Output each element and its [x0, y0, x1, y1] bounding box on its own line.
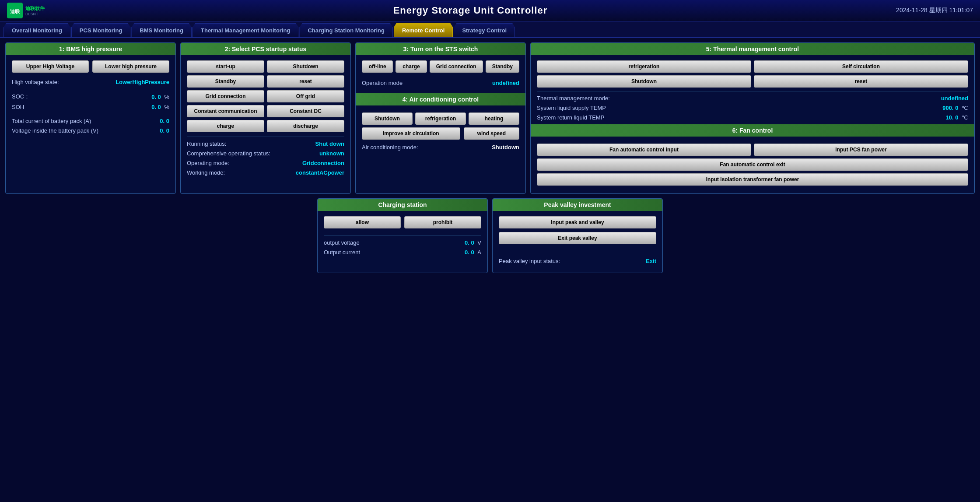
svg-text:迪联: 迪联 — [10, 9, 20, 14]
tab-pcs-monitoring[interactable]: PCS Monitoring — [71, 23, 131, 37]
comprehensive-value: unknown — [319, 150, 344, 157]
thermal-mode-label: Thermal management mode: — [537, 95, 610, 102]
output-voltage-label: output voltage — [324, 239, 360, 246]
output-voltage-value: 0. 0 — [465, 239, 474, 246]
comprehensive-label: Comprehensive operating status: — [187, 150, 270, 157]
high-voltage-value: LowerHighPressure — [116, 79, 169, 85]
pcs-const-comm-button[interactable]: Constant communication — [187, 105, 264, 117]
panel-pcs-startup: 2: Select PCS startup status start-up Sh… — [180, 42, 351, 194]
sts-grid-button[interactable]: Grid connection — [430, 60, 483, 73]
tab-remote-control[interactable]: Remote Control — [394, 23, 453, 37]
return-temp-unit: ℃ — [962, 114, 968, 121]
isolation-fan-button[interactable]: Input isolation transformer fan power — [537, 173, 968, 186]
return-temp-value: 10. 0 — [945, 114, 958, 121]
fan-auto-exit-button[interactable]: Fan automatic control exit — [537, 158, 968, 171]
thermal-mode-value: undefined — [941, 95, 968, 102]
thermal-refrigeration-button[interactable]: refrigeration — [537, 60, 751, 73]
pcs-offgrid-button[interactable]: Off grid — [267, 90, 344, 102]
thermal-shutdown-button[interactable]: Shutdown — [537, 75, 751, 88]
panel6-header: 6: Fan control — [531, 124, 974, 137]
ac-mode-value: Shutdown — [492, 144, 519, 151]
logo-text: 迪联软件 — [25, 5, 45, 12]
ac-heating-button[interactable]: heating — [469, 112, 519, 125]
input-peak-valley-button[interactable]: Input peak and valley — [499, 216, 656, 228]
ac-mode-label: Air conditioning mode: — [362, 144, 418, 151]
panel-bms-high-pressure: 1: BMS high pressure Upper High Voltage … — [5, 42, 176, 194]
operation-mode-label: Operation mode — [362, 80, 402, 86]
logo-subtitle: DLSNT — [25, 12, 45, 16]
pcs-reset-button[interactable]: reset — [267, 75, 344, 88]
supply-temp-unit: ℃ — [962, 105, 968, 111]
supply-temp-value: 900. 0 — [942, 105, 958, 111]
output-current-label: Output current — [324, 249, 360, 256]
total-current-value: 0. 0 — [160, 118, 169, 124]
panel1-header: 1: BMS high pressure — [6, 43, 175, 55]
logo-icon: 迪联 — [7, 3, 23, 18]
soh-value: 0. 0 — [151, 104, 161, 110]
ac-improve-button[interactable]: improve air circulation — [362, 127, 460, 140]
panel-charging-station: Charging station allow prohibit output v… — [317, 198, 488, 273]
tab-bms-monitoring[interactable]: BMS Monitoring — [131, 23, 192, 37]
pcs-fan-button[interactable]: Input PCS fan power — [754, 144, 968, 156]
header: 迪联 迪联软件 DLSNT Energy Storage Unit Contro… — [0, 0, 980, 21]
panel-thermal-fan: 5: Thermal management control refrigerat… — [530, 42, 975, 194]
thermal-self-circulation-button[interactable]: Self circulation — [754, 60, 968, 73]
total-current-label: Total current of battery pack (A) — [12, 118, 91, 124]
pcs-standby-button[interactable]: Standby — [187, 75, 264, 88]
pcs-charge-button[interactable]: charge — [187, 120, 264, 132]
sts-offline-button[interactable]: off-line — [362, 60, 393, 73]
charging-allow-button[interactable]: allow — [324, 216, 401, 228]
ac-wind-button[interactable]: wind speed — [464, 127, 519, 140]
running-value: Shut down — [315, 140, 344, 147]
soh-label: SOH — [12, 104, 24, 110]
page-title: Energy Storage Unit Controller — [45, 5, 896, 16]
working-value: constantACpower — [296, 169, 344, 176]
voltage-label: Voltage inside the battery pack (V) — [12, 127, 98, 134]
pcs-shutdown-button[interactable]: Shutdown — [267, 60, 344, 73]
sts-charge-button[interactable]: charge — [396, 60, 427, 73]
main-content: 1: BMS high pressure Upper High Voltage … — [0, 38, 980, 198]
sts-standby-button[interactable]: Standby — [486, 60, 519, 73]
fan-auto-input-button[interactable]: Fan automatic control input — [537, 144, 751, 156]
panel5-header: 5: Thermal management control — [531, 43, 974, 55]
peak-valley-status-label: Peak valley input status: — [499, 258, 560, 264]
tab-strategy-control[interactable]: Strategy Control — [454, 23, 515, 37]
nav-tabs: Overall Monitoring PCS Monitoring BMS Mo… — [0, 21, 980, 38]
return-temp-label: System return liquid TEMP — [537, 114, 604, 121]
panel-sts-ac: 3: Turn on the STS switch off-line charg… — [355, 42, 526, 194]
charging-prohibit-button[interactable]: prohibit — [404, 216, 481, 228]
ac-refrigeration-button[interactable]: refrigeration — [415, 112, 466, 125]
output-current-value: 0. 0 — [465, 249, 474, 256]
tab-thermal-monitoring[interactable]: Thermal Management Monitoring — [192, 23, 298, 37]
soc-value: 0. 0 — [151, 94, 161, 100]
soc-unit: % — [164, 94, 169, 100]
peak-valley-header: Peak valley investment — [493, 199, 662, 211]
tab-overall-monitoring[interactable]: Overall Monitoring — [4, 23, 70, 37]
logo-area: 迪联 迪联软件 DLSNT — [7, 3, 45, 18]
soh-unit: % — [164, 104, 169, 110]
startup-button[interactable]: start-up — [187, 60, 264, 73]
operating-value: Gridconnection — [302, 160, 344, 166]
panel-peak-valley: Peak valley investment Input peak and va… — [492, 198, 663, 273]
output-current-unit: A — [477, 249, 481, 256]
pcs-grid-button[interactable]: Grid connection — [187, 90, 264, 102]
high-voltage-label: High voltage state: — [12, 79, 59, 85]
operation-mode-value: undefined — [492, 80, 519, 86]
tab-charging-monitoring[interactable]: Charging Station Monitoring — [299, 23, 392, 37]
running-label: Running status: — [187, 140, 226, 147]
panel3-header: 3: Turn on the STS switch — [356, 43, 525, 55]
upper-high-voltage-button[interactable]: Upper High Voltage — [12, 60, 89, 73]
exit-peak-valley-button[interactable]: Exit peak valley — [499, 232, 656, 244]
charging-header: Charging station — [318, 199, 487, 211]
bottom-content: Charging station allow prohibit output v… — [0, 198, 980, 277]
lower-high-pressure-button[interactable]: Lower high pressure — [92, 60, 169, 73]
pcs-const-dc-button[interactable]: Constant DC — [267, 105, 344, 117]
supply-temp-label: System liquid supply TEMP — [537, 105, 606, 111]
datetime-display: 2024-11-28 星期四 11:01:07 — [896, 7, 973, 14]
working-label: Working mode: — [187, 169, 225, 176]
ac-shutdown-button[interactable]: Shutdown — [362, 112, 413, 125]
panel2-header: 2: Select PCS startup status — [181, 43, 350, 55]
pcs-discharge-button[interactable]: discharge — [267, 120, 344, 132]
thermal-reset-button[interactable]: reset — [754, 75, 968, 88]
operating-label: Operating mode: — [187, 160, 229, 166]
